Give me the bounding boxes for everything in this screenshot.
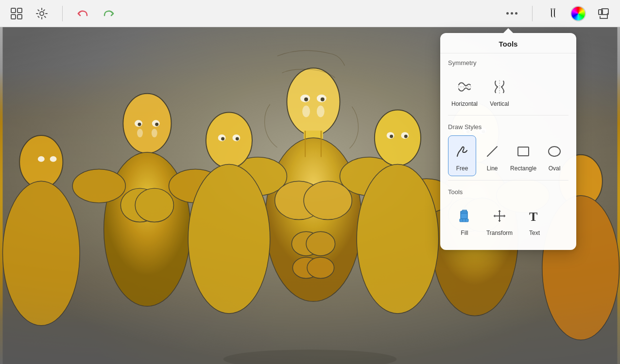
line-draw-tool[interactable]: Line	[478, 135, 506, 176]
svg-point-47	[38, 156, 45, 162]
text-icon-area: T	[523, 204, 546, 228]
rectangle-draw-tool[interactable]: Rectangle	[508, 135, 538, 176]
symmetry-tool-grid: Horizontal Vertical	[440, 69, 576, 113]
svg-point-25	[123, 94, 171, 153]
text-tool-label: Text	[529, 230, 540, 236]
text-icon: T	[526, 207, 543, 225]
horizontal-symmetry-icon-area	[453, 75, 476, 99]
more-button[interactable]	[503, 5, 520, 22]
line-draw-icon-area	[481, 140, 504, 163]
vertical-symmetry-label: Vertical	[490, 100, 509, 107]
svg-point-10	[287, 68, 340, 135]
fill-icon-area	[453, 204, 476, 228]
rectangle-draw-icon-area	[512, 140, 535, 163]
share-icon	[597, 7, 610, 20]
grid-button[interactable]	[8, 5, 25, 22]
fill-tool-label: Fill	[461, 230, 468, 236]
svg-point-63	[302, 106, 310, 117]
svg-point-57	[375, 110, 421, 166]
symmetry-section-label: Symmetry	[440, 53, 576, 69]
redo-button[interactable]	[100, 5, 117, 22]
transform-icon-area	[488, 204, 511, 228]
toolbar	[0, 0, 620, 27]
brushes-icon	[546, 7, 560, 20]
vertical-symmetry-icon-area	[488, 75, 511, 99]
transform-tool-label: Transform	[486, 230, 513, 236]
svg-rect-75	[461, 211, 467, 219]
svg-text:T: T	[529, 210, 537, 224]
svg-point-66	[152, 129, 157, 137]
svg-rect-76	[460, 219, 468, 222]
toolbar-left-group	[8, 5, 117, 22]
svg-point-61	[390, 135, 393, 138]
svg-point-56	[236, 137, 239, 141]
oval-draw-icon	[546, 143, 563, 160]
svg-rect-68	[321, 131, 322, 157]
svg-point-52	[188, 165, 270, 314]
undo-button[interactable]	[74, 5, 92, 22]
svg-point-33	[138, 123, 141, 126]
line-draw-icon	[483, 143, 501, 160]
popup-title: Tools	[440, 33, 576, 53]
settings-button[interactable]	[33, 5, 51, 22]
svg-rect-0	[11, 8, 16, 13]
divider-1	[448, 115, 568, 116]
draw-styles-grid: Free Line Rectangle	[440, 133, 576, 178]
svg-rect-67	[305, 131, 306, 157]
svg-point-16	[304, 181, 352, 219]
grid-icon	[10, 7, 23, 20]
vertical-symmetry-tool[interactable]: Vertical	[483, 71, 516, 111]
transform-tool[interactable]: Transform	[483, 200, 516, 240]
text-tool[interactable]: T Text	[518, 200, 551, 240]
svg-point-30	[135, 188, 173, 222]
redo-icon	[102, 7, 115, 20]
brushes-button[interactable]	[544, 5, 562, 22]
more-dots-icon	[506, 12, 517, 15]
fill-icon	[456, 207, 473, 225]
svg-point-46	[2, 181, 80, 325]
free-draw-icon-area	[450, 140, 474, 163]
divider-2	[448, 180, 568, 181]
svg-point-4	[40, 12, 44, 16]
svg-rect-6	[553, 8, 555, 10]
svg-point-23	[304, 98, 308, 101]
undo-icon	[76, 7, 90, 20]
toolbar-divider-2	[532, 6, 533, 21]
line-draw-label: Line	[487, 165, 498, 172]
transform-icon	[491, 207, 508, 225]
svg-rect-2	[11, 15, 16, 19]
gear-icon	[35, 7, 49, 20]
svg-line-72	[487, 147, 497, 156]
svg-point-58	[357, 165, 439, 314]
tools-section-label: Tools	[440, 182, 576, 199]
rectangle-draw-icon	[515, 143, 532, 160]
free-draw-icon	[453, 143, 471, 160]
svg-point-34	[155, 123, 158, 126]
fill-tool[interactable]: Fill	[448, 200, 481, 240]
tools-grid: Fill Transform T	[440, 199, 576, 242]
svg-point-51	[206, 112, 252, 168]
free-draw-label: Free	[456, 165, 468, 172]
toolbar-right-group	[503, 5, 612, 22]
horizontal-symmetry-icon	[456, 78, 473, 96]
oval-draw-tool[interactable]: Oval	[540, 135, 568, 176]
vertical-symmetry-icon	[491, 78, 508, 96]
svg-rect-3	[17, 15, 22, 19]
svg-point-20	[307, 257, 334, 279]
color-button[interactable]	[569, 5, 587, 22]
free-draw-tool[interactable]: Free	[448, 135, 476, 176]
oval-draw-icon-area	[543, 140, 566, 163]
svg-point-74	[549, 147, 560, 156]
svg-rect-73	[518, 147, 529, 156]
horizontal-symmetry-label: Horizontal	[451, 100, 478, 107]
toolbar-divider-1	[62, 6, 63, 21]
svg-point-65	[137, 129, 143, 137]
share-button[interactable]	[595, 5, 612, 22]
svg-point-27	[72, 169, 125, 202]
tools-popup: Tools Symmetry Horizontal	[440, 33, 576, 250]
svg-point-24	[321, 98, 325, 101]
svg-rect-1	[17, 8, 22, 13]
color-wheel-icon	[570, 6, 586, 21]
horizontal-symmetry-tool[interactable]: Horizontal	[448, 71, 481, 111]
svg-rect-5	[551, 8, 552, 10]
